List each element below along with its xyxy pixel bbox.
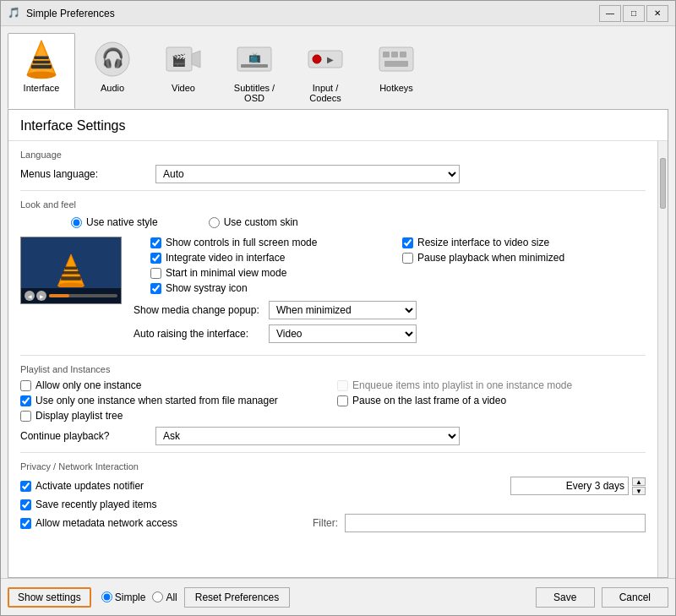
radio-simple-input[interactable] [101,591,112,602]
svg-rect-25 [65,266,78,270]
check-integrate-video-input[interactable] [150,253,161,264]
check-minimal-view[interactable]: Start in minimal view mode [150,267,394,279]
check-enqueue[interactable]: Enqueue items into playlist in one insta… [337,379,646,391]
radio-simple[interactable]: Simple [101,591,146,603]
svg-text:🎧: 🎧 [101,46,125,69]
check-updates-input[interactable] [20,481,31,492]
check-display-playlist[interactable]: Display playlist tree [20,410,329,422]
check-metadata[interactable]: Allow metadata network access [20,517,313,529]
svg-point-15 [313,55,321,63]
check-one-instance-files[interactable]: Use only one instance when started from … [20,395,329,406]
svg-rect-4 [34,57,48,59]
updates-frequency-input[interactable] [510,477,629,495]
show-settings-button[interactable]: Show settings [8,587,91,608]
svg-text:🎬: 🎬 [172,53,187,68]
nav-item-hotkeys[interactable]: Hotkeys [363,33,430,109]
save-button[interactable]: Save [536,587,595,608]
playlist-section-label: Playlist and Instances [20,364,646,374]
check-one-instance-files-label: Use only one instance when started from … [35,395,278,406]
radio-custom-label: Use custom skin [224,216,298,228]
svg-text:▶: ▶ [327,55,334,64]
look-feel-section: Look and feel Use native style Use custo… [20,199,646,348]
nav-label-interface: Interface [24,83,60,93]
check-updates[interactable]: Activate updates notifier [20,480,510,492]
vlc-preview-thumbnail: ◀ ▶ [20,237,122,304]
radio-custom[interactable]: Use custom skin [209,216,298,228]
check-one-instance-input[interactable] [20,380,31,391]
filter-input[interactable] [345,514,646,532]
svg-rect-20 [400,52,406,57]
subtitles-icon: 📺 [234,39,275,79]
minimize-button[interactable]: — [599,5,621,22]
playlist-section: Playlist and Instances Allow only one in… [20,364,646,445]
settings-scroll-area[interactable]: Language Menus language: Auto English Fr… [8,141,657,577]
check-pause-last[interactable]: Pause on the last frame of a video [337,395,646,406]
check-one-instance-files-input[interactable] [20,395,31,406]
nav-item-video[interactable]: 🎬 Video [150,33,217,109]
radio-native-input[interactable] [71,217,82,228]
continue-playback-select[interactable]: Ask Never Always [155,427,460,445]
view-mode-radio-group: Simple All [101,591,177,603]
interface-icon [21,39,62,79]
svg-rect-12 [241,64,268,68]
auto-raising-label: Auto raising the interface: [134,328,269,340]
check-display-playlist-input[interactable] [20,411,31,422]
updates-down-btn[interactable]: ▼ [632,487,646,495]
svg-rect-23 [61,276,81,281]
window-controls: — □ ✕ [599,5,668,22]
show-media-popup-row: Show media change popup: When minimized … [134,301,646,319]
check-recently-played-input[interactable] [20,499,31,510]
radio-native[interactable]: Use native style [71,216,158,228]
check-enqueue-input[interactable] [337,380,348,391]
page-title: Interface Settings [8,110,668,141]
check-one-instance[interactable]: Allow only one instance [20,379,329,391]
check-recently-played[interactable]: Save recently played items [20,499,646,510]
style-radio-group: Use native style Use custom skin [71,216,646,228]
show-media-popup-select[interactable]: When minimized Never Always [269,301,417,319]
language-section: Language Menus language: Auto English Fr… [20,150,646,183]
scrollbar-thumb[interactable] [660,158,666,209]
nav-item-audio[interactable]: 🎧 Audio [79,33,146,109]
window-title: Simple Preferences [26,8,599,19]
checkboxes-col1: Show controls in full screen mode Integr… [150,237,394,294]
maximize-button[interactable]: □ [623,5,645,22]
video-icon: 🎬 [163,39,204,79]
check-metadata-input[interactable] [20,518,31,529]
check-pause-last-input[interactable] [337,395,348,406]
check-fullscreen[interactable]: Show controls in full screen mode [150,237,394,248]
main-window: 🎵 Simple Preferences — □ ✕ [0,0,676,616]
show-media-popup-label: Show media change popup: [134,304,269,316]
check-resize-video-label: Resize interface to video size [417,237,549,248]
check-resize-video-input[interactable] [402,237,413,248]
vertical-scrollbar[interactable] [657,141,668,577]
check-minimal-view-input[interactable] [150,268,161,279]
reset-preferences-button[interactable]: Reset Preferences [184,587,290,608]
nav-item-interface[interactable]: Interface [8,33,75,109]
radio-custom-input[interactable] [209,217,220,228]
nav-item-input[interactable]: ▶ Input / Codecs [292,33,359,109]
menus-language-select[interactable]: Auto English French German Spanish [155,165,460,183]
radio-simple-label: Simple [115,591,146,603]
nav-label-hotkeys: Hotkeys [379,83,413,93]
playlist-checkboxes-left: Allow only one instance Use only one ins… [20,379,329,422]
continue-playback-label: Continue playback? [20,430,155,442]
check-systray[interactable]: Show systray icon [150,282,394,294]
updates-up-btn[interactable]: ▲ [632,477,646,486]
check-pause-minimized-input[interactable] [402,253,413,264]
auto-raising-row: Auto raising the interface: Video Audio … [134,324,646,343]
check-resize-video[interactable]: Resize interface to video size [402,237,646,248]
radio-all-input[interactable] [152,591,163,602]
app-icon: 🎵 [8,7,21,20]
check-pause-minimized[interactable]: Pause playback when minimized [402,252,646,264]
check-systray-label: Show systray icon [166,282,248,294]
check-fullscreen-input[interactable] [150,237,161,248]
check-integrate-video[interactable]: Integrate video in interface [150,252,394,264]
auto-raising-select[interactable]: Video Audio Never [269,324,417,343]
close-button[interactable]: ✕ [646,5,668,22]
svg-rect-17 [379,47,413,71]
check-one-instance-label: Allow only one instance [35,379,141,391]
cancel-button[interactable]: Cancel [602,587,668,608]
check-systray-input[interactable] [150,283,161,294]
nav-item-subtitles[interactable]: 📺 Subtitles / OSD [221,33,288,109]
radio-all[interactable]: All [152,591,177,603]
